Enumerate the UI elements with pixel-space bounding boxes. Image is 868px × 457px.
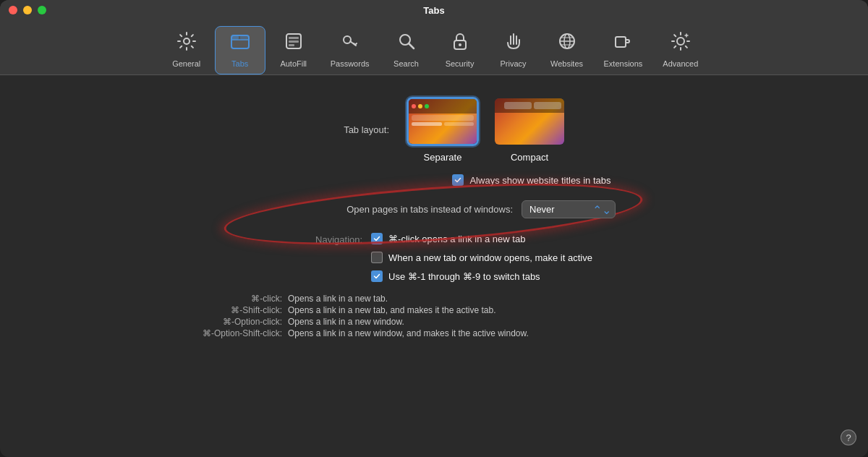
shortcut-desc-2: Opens a link in a new window. [288,317,404,327]
titlebar: Tabs [0,0,868,20]
tab-websites[interactable]: Websites [542,27,592,74]
shortcut-key-1: ⌘-Shift-click: [152,305,282,315]
tab-layout-label: Tab layout: [302,124,389,135]
passwords-label: Passwords [331,59,370,68]
shortcut-row-0: ⌘-click: Opens a link in a new tab. [152,294,716,304]
navigation-options: ⌘-click opens a link in a new tab When a… [371,233,592,282]
traffic-lights [9,6,46,14]
separate-label: Separate [424,152,462,163]
tab-extensions[interactable]: Extensions [595,27,652,74]
always-show-titles-row: Always show website titles in tabs [452,174,610,186]
close-button[interactable] [9,6,17,14]
content-area: Tab layout: [0,75,868,457]
compact-thumb[interactable] [493,97,566,146]
new-tab-checkbox[interactable] [371,252,383,263]
svg-rect-6 [289,37,299,39]
tab-privacy[interactable]: Privacy [488,27,539,74]
tab-passwords[interactable]: Passwords [322,27,378,74]
search-label: Search [393,59,419,68]
cmd-click-label: ⌘-click opens a link in a new tab [388,234,525,244]
search-icon [396,31,417,56]
nav-new-tab-row: When a new tab or window opens, make it … [371,252,592,263]
svg-point-0 [184,38,190,44]
svg-rect-8 [289,44,294,46]
always-show-titles-checkbox[interactable] [452,174,464,186]
security-label: Security [446,59,475,68]
cmd-click-checkbox[interactable] [371,233,383,244]
svg-rect-2 [231,35,239,40]
open-pages-select[interactable]: Never Automatically Always [522,200,616,218]
autofill-label: AutoFill [280,59,307,68]
tab-general[interactable]: General [161,27,212,74]
tab-security[interactable]: Security [435,27,485,74]
switch-tabs-label: Use ⌘-1 through ⌘-9 to switch tabs [388,271,540,282]
shortcut-row-3: ⌘-Option-Shift-click: Opens a link in a … [152,328,716,338]
always-show-titles-label: Always show website titles in tabs [469,175,610,186]
shortcut-row-2: ⌘-Option-click: Opens a link in a new wi… [152,317,716,327]
content-wrapper: Tab layout: [29,97,839,338]
extensions-label: Extensions [604,59,643,68]
tab-autofill[interactable]: AutoFill [268,27,319,74]
compact-label: Compact [511,152,548,163]
window: Tabs General Tabs [0,0,868,457]
shortcut-desc-0: Opens a link in a new tab. [288,294,388,304]
svg-point-20 [677,38,684,45]
globe-icon [557,31,577,56]
tab-layout-row: Tab layout: [302,97,566,163]
extensions-icon [613,31,633,56]
minimize-button[interactable] [23,6,32,14]
gear-icon [176,31,197,56]
maximize-button[interactable] [38,6,46,14]
help-button[interactable]: ? [841,430,856,445]
new-tab-label: When a new tab or window opens, make it … [388,252,592,263]
navigation-section: Navigation: ⌘-click opens a link in a ne… [276,233,592,282]
nav-switch-tabs-row: Use ⌘-1 through ⌘-9 to switch tabs [371,270,592,282]
privacy-label: Privacy [500,59,526,68]
hand-icon [503,31,524,56]
svg-rect-19 [616,37,626,47]
open-pages-label: Open pages in tabs instead of windows: [252,204,513,215]
shortcut-key-2: ⌘-Option-click: [152,317,282,327]
lock-icon [450,31,470,56]
svg-line-11 [409,43,414,48]
tab-advanced[interactable]: Advanced [654,27,707,74]
switch-tabs-checkbox[interactable] [371,270,383,282]
advanced-icon [671,31,691,56]
open-pages-select-wrapper: Never Automatically Always ⌃⌄ [522,200,616,218]
layout-option-compact[interactable]: Compact [493,97,566,163]
svg-rect-7 [289,40,299,43]
shortcuts-section: ⌘-click: Opens a link in a new tab. ⌘-Sh… [152,294,716,338]
shortcut-desc-1: Opens a link in a new tab, and makes it … [288,305,496,315]
tab-tabs[interactable]: Tabs [215,26,265,74]
websites-label: Websites [550,59,583,68]
general-label: General [172,59,200,68]
layout-options: Separate [407,97,566,163]
shortcut-key-0: ⌘-click: [152,294,282,304]
open-pages-row: Open pages in tabs instead of windows: N… [252,200,616,218]
svg-point-13 [459,43,461,46]
layout-option-separate[interactable]: Separate [407,97,479,163]
toolbar: General Tabs [0,20,868,75]
autofill-icon [284,31,304,56]
navigation-label: Navigation: [276,233,362,245]
advanced-label: Advanced [663,59,698,68]
svg-point-9 [344,36,351,43]
key-icon [340,31,360,56]
shortcut-desc-3: Opens a link in a new window, and makes … [288,328,529,338]
tabs-icon [230,31,250,56]
window-title: Tabs [423,5,444,16]
shortcut-key-3: ⌘-Option-Shift-click: [152,328,282,338]
nav-cmd-click-row: ⌘-click opens a link in a new tab [371,233,592,244]
help-icon: ? [846,432,851,443]
svg-rect-3 [240,35,249,40]
tab-search[interactable]: Search [381,27,432,74]
shortcut-row-1: ⌘-Shift-click: Opens a link in a new tab… [152,305,716,315]
tabs-label: Tabs [231,59,248,68]
separate-thumb[interactable] [407,97,479,146]
